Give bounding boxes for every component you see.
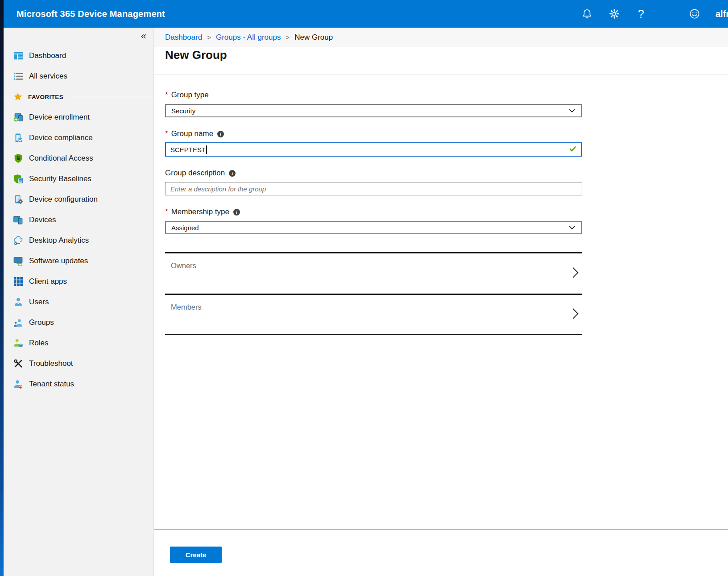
- sidebar-item-client-apps[interactable]: Client apps: [4, 271, 153, 292]
- troubleshoot-icon: [13, 359, 23, 369]
- sidebar-item-desktop-analytics[interactable]: Desktop Analytics: [4, 230, 153, 251]
- main-content: Dashboard > Groups - All groups > New Gr…: [154, 28, 728, 576]
- chevron-down-icon: [569, 107, 575, 115]
- members-row[interactable]: Members: [165, 294, 582, 335]
- all-services-icon: [13, 71, 23, 81]
- breadcrumb-separator: >: [207, 33, 211, 41]
- label-text: Group description: [165, 169, 225, 178]
- bell-icon[interactable]: [581, 8, 593, 20]
- group-description-label: Group description i: [165, 168, 582, 178]
- chevron-right-icon: [572, 267, 579, 281]
- sidebar-item-device-compliance[interactable]: Device compliance: [4, 128, 153, 148]
- sidebar-item-device-enrollment[interactable]: Device enrollment: [4, 107, 153, 128]
- star-icon: [13, 92, 22, 101]
- sidebar-item-label: Software updates: [29, 257, 88, 265]
- sidebar-item-label: Devices: [29, 215, 56, 224]
- breadcrumb-current: New Group: [294, 33, 333, 42]
- device-compliance-icon: [13, 133, 23, 143]
- create-button[interactable]: Create: [170, 547, 222, 563]
- sidebar-item-label: Users: [29, 298, 49, 307]
- sidebar-item-troubleshoot[interactable]: Troubleshoot: [4, 353, 153, 374]
- sidebar-item-roles[interactable]: Roles: [4, 333, 153, 353]
- sidebar-item-label: Conditional Access: [29, 154, 93, 163]
- valid-check-icon: [569, 145, 576, 153]
- sidebar-item-label: Roles: [29, 339, 48, 348]
- breadcrumb-dashboard[interactable]: Dashboard: [165, 33, 202, 42]
- group-name-input[interactable]: SCEPTEST: [165, 142, 582, 157]
- sidebar-item-label: Tenant status: [29, 380, 74, 389]
- favorites-label: FAVORITES: [28, 94, 63, 100]
- sidebar-item-label: Dashboard: [29, 51, 66, 60]
- group-type-select[interactable]: Security: [165, 104, 582, 117]
- smiley-icon[interactable]: [689, 8, 700, 20]
- app-title: Microsoft 365 Device Management: [17, 9, 165, 19]
- divider: [4, 97, 10, 97]
- sidebar-item-label: Troubleshoot: [29, 359, 73, 368]
- sidebar-item-dashboard[interactable]: Dashboard: [4, 46, 153, 66]
- membership-type-label: * Membership type i: [165, 207, 582, 217]
- sidebar-item-groups[interactable]: Groups: [4, 312, 153, 333]
- gear-icon[interactable]: [608, 8, 620, 20]
- info-icon[interactable]: i: [233, 209, 240, 215]
- software-updates-icon: [13, 256, 23, 266]
- label-text: Membership type: [171, 207, 229, 216]
- sidebar-item-users[interactable]: Users: [4, 292, 153, 312]
- group-name-value: SCEPTEST: [170, 146, 206, 153]
- new-group-form: * Group type Security * Group name i SCE…: [165, 90, 582, 335]
- help-icon[interactable]: ?: [635, 8, 647, 20]
- client-apps-icon: [13, 277, 23, 286]
- info-icon[interactable]: i: [229, 170, 236, 177]
- sidebar-item-label: Groups: [29, 318, 54, 327]
- sidebar-item-label: Device enrollment: [29, 113, 90, 122]
- members-label: Members: [171, 303, 202, 311]
- sidebar: « Dashboard All services FAVORITES: [4, 28, 154, 576]
- collapse-sidebar-icon[interactable]: «: [141, 30, 146, 42]
- page-title: New Group: [165, 48, 227, 62]
- sidebar-item-all-services[interactable]: All services: [4, 66, 153, 87]
- conditional-access-icon: [13, 153, 23, 163]
- sidebar-item-label: All services: [29, 72, 67, 81]
- device-configuration-icon: [13, 195, 23, 204]
- account-name[interactable]: alfr: [716, 9, 728, 19]
- group-type-value: Security: [171, 107, 195, 115]
- text-cursor: [206, 145, 207, 154]
- membership-type-select[interactable]: Assigned: [165, 221, 582, 234]
- divider: [154, 75, 728, 75]
- sidebar-nav: Dashboard All services FAVORITES: [4, 28, 153, 394]
- users-icon: [13, 297, 23, 307]
- devices-icon: [13, 215, 23, 225]
- top-bar: Microsoft 365 Device Management ? alfr: [4, 0, 728, 28]
- favorites-header: FAVORITES: [4, 87, 153, 107]
- azure-nav-strip: [0, 0, 4, 576]
- sidebar-item-label: Device configuration: [29, 195, 98, 204]
- tenant-status-icon: [13, 379, 23, 389]
- groups-icon: [13, 318, 23, 327]
- sidebar-item-software-updates[interactable]: Software updates: [4, 251, 153, 271]
- sidebar-item-security-baselines[interactable]: Security Baselines: [4, 169, 153, 189]
- breadcrumb-separator: >: [285, 33, 290, 41]
- divider: [69, 97, 153, 97]
- chevron-right-icon: [572, 307, 579, 321]
- label-text: Group name: [171, 129, 214, 138]
- breadcrumb: Dashboard > Groups - All groups > New Gr…: [154, 28, 728, 47]
- sidebar-item-tenant-status[interactable]: Tenant status: [4, 374, 153, 394]
- desktop-analytics-icon: [13, 236, 23, 245]
- required-asterisk: *: [165, 207, 168, 216]
- breadcrumb-groups-all-groups[interactable]: Groups - All groups: [216, 33, 281, 42]
- sidebar-item-device-configuration[interactable]: Device configuration: [4, 189, 153, 210]
- info-icon[interactable]: i: [217, 131, 224, 137]
- sidebar-item-label: Security Baselines: [29, 174, 91, 183]
- sidebar-item-conditional-access[interactable]: Conditional Access: [4, 148, 153, 169]
- divider: [154, 529, 728, 530]
- device-enrollment-icon: [13, 112, 23, 122]
- sidebar-item-devices[interactable]: Devices: [4, 210, 153, 230]
- dashboard-icon: [13, 51, 23, 61]
- required-asterisk: *: [165, 91, 168, 99]
- sidebar-item-label: Client apps: [29, 277, 67, 286]
- group-description-input[interactable]: [165, 182, 582, 195]
- group-type-label: * Group type: [165, 90, 582, 100]
- security-baselines-icon: [13, 174, 23, 184]
- owners-row[interactable]: Owners: [165, 252, 582, 294]
- required-asterisk: *: [165, 129, 168, 138]
- chevron-down-icon: [569, 224, 575, 232]
